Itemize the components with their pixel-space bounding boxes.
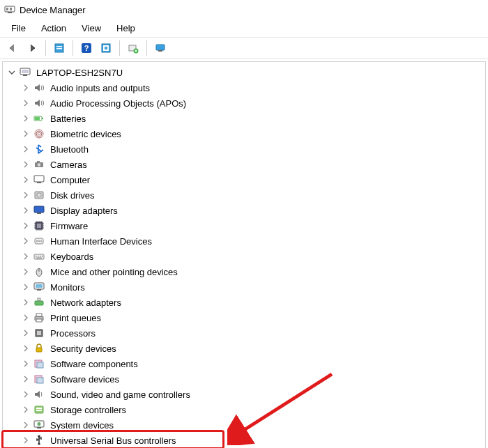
chevron-right-icon[interactable] (21, 343, 31, 353)
chevron-right-icon[interactable] (21, 252, 31, 261)
tree-category-label: System devices (49, 419, 115, 431)
tree-category[interactable]: Display adapters (4, 203, 484, 218)
chevron-right-icon[interactable] (21, 83, 31, 93)
chevron-right-icon[interactable] (21, 435, 31, 445)
svg-rect-52 (35, 301, 43, 305)
chevron-right-icon[interactable] (21, 405, 31, 415)
help-button[interactable]: ? (78, 40, 95, 56)
chevron-right-icon[interactable] (21, 129, 31, 139)
tree-category-label: Monitors (49, 281, 86, 293)
toolbar-separator (119, 40, 120, 56)
tree-category[interactable]: Audio Processing Objects (APOs) (4, 95, 484, 111)
forward-button[interactable] (24, 40, 40, 56)
chevron-right-icon[interactable] (21, 298, 31, 307)
mouse-icon (33, 265, 45, 278)
device-tree[interactable]: LAPTOP-ESH2SN7U Audio inputs and outputs… (2, 61, 486, 448)
tree-category[interactable]: Batteries (4, 111, 484, 126)
chevron-right-icon[interactable] (21, 267, 31, 277)
svg-rect-20 (42, 118, 43, 119)
chevron-right-icon[interactable] (21, 282, 31, 292)
tree-category[interactable]: Network adapters (4, 295, 484, 310)
battery-icon (33, 112, 45, 125)
chevron-right-icon[interactable] (21, 359, 31, 369)
chevron-right-icon[interactable] (21, 328, 31, 338)
chevron-right-icon[interactable] (21, 144, 31, 154)
toolbar: ? (0, 38, 488, 59)
tree-category-label: Biometric devices (49, 128, 123, 140)
add-legacy-button[interactable] (125, 40, 142, 56)
hid-icon (33, 235, 45, 247)
tree-root-label: LAPTOP-ESH2SN7U (35, 67, 124, 79)
svg-point-39 (38, 240, 40, 242)
chip-icon (33, 219, 45, 232)
tree-category[interactable]: Storage controllers (4, 402, 484, 417)
tree-category[interactable]: Human Interface Devices (4, 233, 484, 249)
show-hidden-button[interactable] (152, 40, 169, 56)
tree-category[interactable]: Computer (4, 172, 484, 187)
menu-file[interactable]: File (4, 21, 33, 36)
svg-rect-3 (8, 12, 12, 13)
system-icon (33, 419, 45, 431)
tree-category[interactable]: Processors (4, 325, 484, 341)
svg-rect-18 (23, 75, 27, 76)
chevron-right-icon[interactable] (21, 206, 31, 215)
properties-button[interactable] (51, 40, 68, 56)
tree-category[interactable]: Software devices (4, 371, 484, 387)
chevron-right-icon[interactable] (21, 389, 31, 399)
chevron-right-icon[interactable] (21, 374, 31, 384)
tree-category-label: Cameras (49, 159, 89, 171)
chevron-right-icon[interactable] (21, 114, 31, 123)
chevron-down-icon[interactable] (7, 68, 17, 77)
tree-category[interactable]: Firmware (4, 218, 484, 233)
svg-point-32 (38, 194, 40, 196)
tree-category-label: Keyboards (49, 251, 95, 263)
chevron-right-icon[interactable] (21, 236, 31, 246)
tree-category[interactable]: Disk drives (4, 187, 484, 203)
chevron-right-icon[interactable] (21, 175, 31, 185)
tree-category[interactable]: Print queues (4, 310, 484, 325)
menubar: File Action View Help (0, 20, 488, 38)
camera-icon (33, 158, 45, 171)
svg-rect-57 (36, 319, 42, 322)
svg-rect-44 (40, 256, 41, 257)
tree-category[interactable]: Keyboards (4, 249, 484, 264)
tree-category[interactable]: Sound, video and game controllers (4, 387, 484, 402)
tree-category-label: Display adapters (49, 205, 119, 217)
tree-category[interactable]: Mice and other pointing devices (4, 264, 484, 279)
tree-category[interactable]: Universal Serial Bus controllers (4, 433, 484, 448)
device-manager-icon (4, 4, 15, 15)
storage-icon (33, 403, 45, 416)
tree-category-label: Storage controllers (49, 404, 128, 416)
tree-category[interactable]: Monitors (4, 279, 484, 295)
tree-category[interactable]: System devices (4, 417, 484, 433)
tree-category[interactable]: Biometric devices (4, 126, 484, 141)
svg-point-23 (36, 131, 42, 137)
software-icon (33, 373, 45, 385)
menu-help[interactable]: Help (109, 21, 142, 36)
svg-rect-28 (34, 176, 44, 182)
svg-rect-67 (36, 410, 42, 411)
tree-category[interactable]: Bluetooth (4, 141, 484, 157)
chevron-right-icon[interactable] (21, 160, 31, 169)
sound-icon (33, 388, 45, 401)
chevron-right-icon[interactable] (21, 420, 31, 430)
tree-category[interactable]: Software components (4, 356, 484, 371)
security-icon (33, 342, 45, 355)
scan-hardware-button[interactable] (98, 40, 114, 56)
tree-category[interactable]: Cameras (4, 157, 484, 172)
menu-view[interactable]: View (75, 21, 108, 36)
chevron-right-icon[interactable] (21, 313, 31, 323)
svg-point-40 (40, 240, 42, 242)
svg-rect-50 (36, 284, 43, 288)
tree-root[interactable]: LAPTOP-ESH2SN7U (4, 65, 484, 80)
svg-rect-17 (22, 70, 29, 73)
tree-category-label: Batteries (49, 113, 87, 125)
tree-category[interactable]: Audio inputs and outputs (4, 80, 484, 95)
chevron-right-icon[interactable] (21, 98, 31, 108)
back-button[interactable] (4, 40, 21, 56)
keyboard-icon (33, 250, 45, 263)
chevron-right-icon[interactable] (21, 190, 31, 200)
menu-action[interactable]: Action (34, 21, 73, 36)
tree-category[interactable]: Security devices (4, 341, 484, 356)
chevron-right-icon[interactable] (21, 221, 31, 231)
